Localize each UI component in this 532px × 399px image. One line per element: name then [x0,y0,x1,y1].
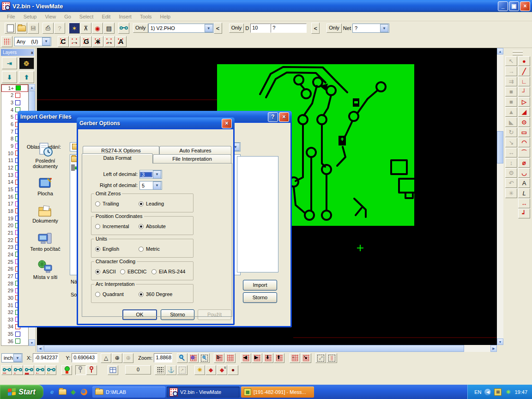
menu-view[interactable]: View [41,13,60,20]
dcode-query-field[interactable]: ? [271,24,307,33]
layers-close-icon[interactable]: x [31,50,33,55]
layer-color-swatch[interactable] [15,332,20,337]
layer-color-swatch[interactable] [15,100,20,105]
y-coordinate-field[interactable]: 0.690643 [72,353,97,363]
relative-origin-icon[interactable]: ⊕ [123,353,133,363]
scroll-right-icon[interactable]: ▶ [490,345,497,352]
rectangle-tool[interactable]: ▭ [518,127,530,137]
aperture-grid-icon[interactable] [1,36,12,47]
flash-mode-icon[interactable]: ✳ [194,365,205,375]
measure-distance-icon[interactable]: ⤢ [315,353,326,363]
layers-panel-header[interactable]: Layers x [1,49,34,56]
select-tool[interactable]: ↖ [505,56,517,66]
origin-target-icon[interactable]: ⊕ [112,353,122,363]
shear-tool[interactable]: ◣ [505,117,517,127]
pad-tool[interactable]: ● [518,56,530,66]
film-colors-icon[interactable]: ▤ [103,23,115,34]
menu-help[interactable]: Help [156,13,175,20]
canvas-hscrollbar[interactable]: ◀ ▶ [37,345,497,352]
save-button[interactable]: 💾︎ [28,23,39,34]
dcode-value-field[interactable]: 10 [250,24,271,33]
internet-explorer-icon[interactable]: e [48,388,56,396]
task-mlab-folder[interactable]: D:\MLAB [92,387,165,398]
view-all-icon[interactable]: b▫ [214,353,224,363]
layer-select[interactable]: 1) V2.PHO▼ [148,24,214,33]
label-tool[interactable]: L [518,188,530,198]
settings-tool[interactable]: ⚙ [505,168,517,178]
zoom-value-field[interactable]: 1.8868 [154,353,172,363]
menu-file[interactable]: File [3,13,19,20]
place-my-computer[interactable]: Tento počítač [30,231,60,252]
close-button[interactable]: × [520,1,530,11]
import-cancel-button[interactable]: Storno [243,292,277,303]
dimension-tool[interactable]: ↔ [518,199,530,208]
dialog-help-button[interactable]: ? [268,112,278,122]
rotate-tool[interactable]: ↻ [505,127,517,137]
zoom-fit-icon[interactable]: ◍ [188,353,199,363]
layers-colors-button[interactable]: ⯐ [19,57,34,69]
import-button[interactable]: Import [243,280,277,290]
dcode-type-button-0[interactable]: C [58,36,69,47]
unit-select[interactable]: inch▼ [1,353,23,363]
firefox-icon[interactable] [80,388,88,396]
dcode-type-button-2[interactable]: G [81,36,92,47]
dcode-type-button-3[interactable]: ∗ [92,36,103,47]
spline-tool[interactable]: ◡ [518,168,530,178]
fill-rect-tool[interactable]: ■ [505,87,517,97]
menu-select[interactable]: Select [75,13,98,20]
only-dcode-toggle[interactable]: Only [229,24,244,33]
layer-color-swatch[interactable] [16,85,21,91]
tray-chevron-icon[interactable]: ◀ [484,389,491,395]
new-file-button[interactable] [5,23,16,34]
highlight-dcode-icon[interactable]: ◉ [92,23,103,34]
circle-tool[interactable]: ⊙ [518,117,530,127]
arc-tool[interactable]: ◠ [518,138,530,147]
pan-left-icon[interactable]: ◀ [241,353,251,363]
layer-row-2[interactable]: 2 [1,92,28,99]
previous-view-icon[interactable]: ↘ [301,353,311,363]
prev-dcode-button[interactable]: < [311,23,320,34]
zoom-window-icon[interactable] [199,353,210,363]
canvas-vscrollbar[interactable]: ▲ ▼ [497,48,503,345]
open-file-button[interactable] [16,23,27,34]
layers-scroll-down-icon[interactable]: ▼ [29,339,35,346]
view-all-films-icon[interactable]: ••• [1,365,12,375]
menu-edit[interactable]: Edit [97,13,115,20]
view-film-stack-icon[interactable]: ▄▄ [24,365,34,375]
center-view-icon[interactable]: ▫ [290,353,300,363]
text-tool[interactable]: A [518,178,530,188]
move-tool[interactable]: → [505,66,517,76]
print-button[interactable]: ⎙ [42,23,54,34]
minimize-button[interactable]: _ [498,1,508,11]
snap-grid-icon[interactable] [155,365,165,375]
gerber-dialog-titlebar[interactable]: Gerber Options × [77,117,235,129]
highlight-mode-icon[interactable] [61,365,72,375]
layer-row-1+[interactable]: 1+ [1,85,28,92]
hscroll-thumb[interactable] [44,345,464,352]
vertex-snap-icon[interactable]: ↗ [177,365,187,375]
gerber-close-button[interactable]: × [222,119,232,128]
layer-row-3[interactable]: 3 [1,99,28,106]
x-coordinate-field[interactable]: -0.942237 [33,353,59,363]
context-help-button[interactable]: ? [54,23,65,34]
curve-tool[interactable]: ⌒ [518,148,530,157]
angle-measure-icon[interactable]: △ [101,353,111,363]
language-indicator[interactable]: EN [474,389,481,395]
line-tool[interactable]: ╱ [518,66,530,76]
group-select-tool[interactable]: ✳ [505,188,517,198]
nudge-tool[interactable]: ↕ [505,158,517,168]
dcode-type-button-1[interactable]: → [69,36,80,47]
scroll-left-icon[interactable]: ◀ [37,345,43,352]
aperture-filter-select[interactable]: Any (U)▼ [14,37,51,46]
pan-up-icon[interactable]: ⬆ [274,353,284,363]
stretch-tool[interactable]: ↔ [505,148,517,157]
net-select[interactable]: ?▼ [352,24,389,33]
view-active-film-icon[interactable]: ≡ [12,365,23,375]
anchor-icon[interactable]: ⚓ [166,365,176,375]
layer-row-35[interactable]: 35 [1,330,28,338]
vscroll-thumb[interactable] [497,131,503,163]
only-layer-toggle[interactable]: Only [133,24,148,33]
tab-data-format[interactable]: Data Format [82,153,153,163]
import-close-button[interactable]: × [279,112,289,122]
corner-tool[interactable]: ┘ [518,87,530,97]
